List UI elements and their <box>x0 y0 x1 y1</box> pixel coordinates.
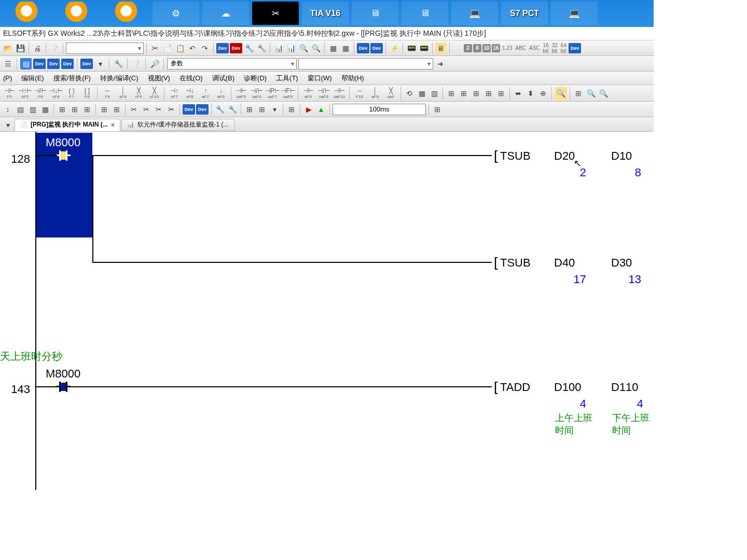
tool-icon[interactable]: ⊞ <box>446 88 457 99</box>
tool-icon[interactable]: ▥ <box>27 104 38 115</box>
fkey[interactable]: ⊣⊢caF10 <box>332 86 347 101</box>
tool-icon[interactable]: ▦ <box>327 43 339 54</box>
tab-monitor[interactable]: 📊 软元件/缓冲存储器批量监视-1 (... <box>121 119 234 131</box>
fkey[interactable]: ↑aF7 <box>198 86 213 101</box>
fkey[interactable]: ( )F7 <box>64 86 79 101</box>
tool-icon[interactable]: 🔍 <box>598 88 609 99</box>
fkey[interactable]: ⊣/⊢caF5 <box>316 86 331 101</box>
tool-icon[interactable]: 🔍 <box>585 88 597 99</box>
tool-icon[interactable]: 🔧 <box>243 43 255 54</box>
tool-icon[interactable]: ⊞ <box>244 104 255 115</box>
tool-icon[interactable]: 🔧 <box>227 104 238 115</box>
fkey[interactable]: ⊣⊢saF5 <box>234 86 248 101</box>
tool-icon[interactable]: ⬍ <box>525 88 536 99</box>
fkey[interactable]: ─F10 <box>352 86 367 101</box>
play-icon[interactable]: ▶ <box>303 104 314 115</box>
dev-button[interactable]: Dev <box>216 43 229 53</box>
scan-time-input[interactable]: 100ms <box>333 104 426 115</box>
taskbar-item[interactable]: ☁ <box>202 2 249 25</box>
tab-main[interactable]: 📄 [PRG]监视 执行中 MAIN (... × <box>15 119 120 131</box>
fkey[interactable]: ─F9 <box>100 86 115 101</box>
redo-icon[interactable]: ↷ <box>199 43 211 54</box>
tool-icon[interactable]: 📟 <box>418 43 430 54</box>
paste-icon[interactable]: 📋 <box>174 43 186 54</box>
cut-icon[interactable]: ✂ <box>149 43 161 54</box>
tool-icon[interactable]: ⊞ <box>111 104 122 115</box>
menu-debug[interactable]: 调试(B) <box>212 74 234 83</box>
fkey[interactable]: [ ]F8 <box>80 86 94 101</box>
taskbar-item[interactable] <box>53 2 100 25</box>
fkey[interactable]: ⊣↑⊢sF5 <box>18 86 32 101</box>
print-icon[interactable]: 🖨 <box>32 43 43 54</box>
tool-icon[interactable]: ▥ <box>428 88 440 99</box>
fkey[interactable]: ⊣/⊢saF6 <box>250 86 264 101</box>
tool-icon[interactable]: ⊞ <box>99 104 110 115</box>
fkey[interactable]: ⊣P⊢saF7 <box>265 86 280 101</box>
tool-icon[interactable]: ✂ <box>165 104 177 115</box>
menu-diagnose[interactable]: 诊断(D) <box>244 74 267 83</box>
taskbar-item-s7[interactable]: S7 PCT <box>501 2 548 25</box>
taskbar-item[interactable]: 💻 <box>451 2 498 25</box>
taskbar-item[interactable]: 🖥 <box>402 2 448 25</box>
toolbar-dropdown[interactable] <box>66 43 144 54</box>
menu-search[interactable]: 搜索/替换(F) <box>53 74 91 83</box>
tool-icon[interactable]: ⟲ <box>404 88 415 99</box>
menu-tools[interactable]: 工具(T) <box>276 74 298 83</box>
dev-button[interactable]: Dev <box>80 59 93 69</box>
tool-icon[interactable]: ⬌ <box>513 88 524 99</box>
dev-button[interactable]: Dev <box>196 104 209 115</box>
tool-icon[interactable]: ⊞ <box>458 88 469 99</box>
menu-window[interactable]: 窗口(W) <box>308 74 332 83</box>
tool-icon[interactable]: ✂ <box>141 104 152 115</box>
fkey[interactable]: │aF9 <box>368 86 382 101</box>
tool-icon[interactable]: 🔧 <box>256 43 267 54</box>
dev-button[interactable]: Dev <box>370 43 383 53</box>
combo[interactable] <box>298 58 433 69</box>
help-icon[interactable]: ❔ <box>49 43 60 54</box>
tool-icon[interactable]: 🖥 <box>435 43 447 54</box>
taskbar-item[interactable] <box>103 2 149 25</box>
help-icon[interactable]: ❔ <box>131 58 142 69</box>
taskbar-item[interactable]: 🖥 <box>352 2 398 25</box>
tool-icon[interactable]: ▦ <box>39 104 51 115</box>
taskbar-item[interactable]: ✂ <box>252 2 299 25</box>
tool-icon[interactable]: ▦ <box>340 43 351 54</box>
tool-icon[interactable]: ⊞ <box>495 88 507 99</box>
tool-icon[interactable]: 📊 <box>273 43 284 54</box>
bit-8[interactable]: 8 <box>473 44 481 52</box>
fkey[interactable]: ⊣⊢aF5 <box>301 86 315 101</box>
tool-icon[interactable]: ▤ <box>15 104 26 115</box>
dev-button[interactable]: Dev <box>183 104 195 115</box>
menu-help[interactable]: 帮助(H) <box>341 74 364 83</box>
tool-icon[interactable]: ⚡ <box>389 43 400 54</box>
magnify-icon[interactable]: 🔍 <box>555 87 567 100</box>
fkey[interactable]: ↓aF8 <box>214 86 228 101</box>
tool-icon[interactable]: ✂ <box>128 104 140 115</box>
open-icon[interactable]: 📂 <box>2 43 13 54</box>
bit-16[interactable]: 16 <box>492 44 500 52</box>
view-icon[interactable]: ☰ <box>2 58 13 69</box>
tool-icon[interactable]: ↕ <box>2 104 13 115</box>
tool-icon[interactable]: 🔧 <box>214 104 226 115</box>
fkey[interactable]: ╳cF10 <box>147 86 161 101</box>
tool-icon[interactable]: ⊞ <box>81 104 93 115</box>
menu-edit[interactable]: 编辑(E) <box>21 74 44 83</box>
taskbar-item[interactable]: 💻 <box>551 2 598 25</box>
tool-icon[interactable]: 🔍 <box>310 43 322 54</box>
tool-icon[interactable]: 📟 <box>406 43 417 54</box>
taskbar-item[interactable] <box>3 2 50 25</box>
tool-icon[interactable]: ⊞ <box>57 104 68 115</box>
fkey[interactable]: │sF9 <box>116 86 130 101</box>
undo-icon[interactable]: ↶ <box>187 43 198 54</box>
bit-10[interactable]: 10 <box>482 44 491 52</box>
view-icon[interactable]: ▤ <box>20 58 32 69</box>
tool-icon[interactable]: ⊞ <box>573 88 584 99</box>
tool-icon[interactable]: ⊕ <box>537 88 549 99</box>
fkey[interactable]: ⊣/⊢F6 <box>33 86 48 101</box>
menu-project[interactable]: (P) <box>3 74 12 82</box>
menu-online[interactable]: 在线(O) <box>179 74 203 83</box>
tool-icon[interactable]: ⊞ <box>69 104 80 115</box>
warning-icon[interactable]: ▲ <box>315 104 327 115</box>
tool-icon[interactable]: ✂ <box>153 104 164 115</box>
tool-icon[interactable]: ⊞ <box>256 104 268 115</box>
